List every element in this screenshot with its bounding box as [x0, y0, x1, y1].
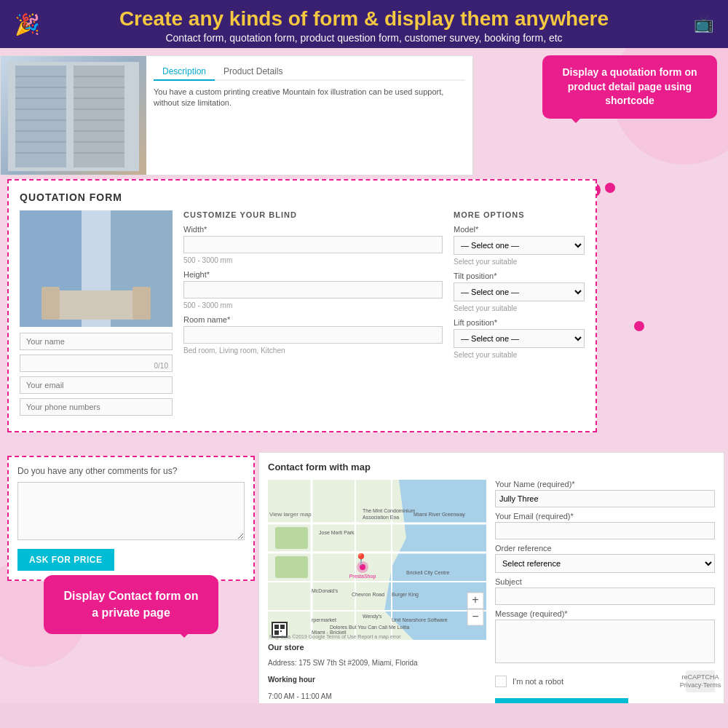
- quotation-inner: 0/10 CUSTOMIZE YOUR BLIND Width* 500 - 3…: [20, 210, 585, 420]
- quotation-right: MORE OPTIONS Model* — Select one — Selec…: [454, 210, 585, 420]
- svg-text:Miami River Greenway: Miami River Greenway: [414, 512, 465, 518]
- captcha-text: I'm not a robot: [513, 677, 563, 686]
- svg-rect-1: [15, 66, 66, 167]
- tilt-hint: Select your suitable: [454, 304, 585, 312]
- page-subtitle: Contact form, quotation form, product qu…: [15, 32, 713, 44]
- product-description: You have a custom printing creative Moun…: [154, 87, 465, 109]
- svg-text:Wendy's: Wendy's: [363, 614, 382, 620]
- svg-text:+: +: [472, 593, 478, 606]
- captcha-checkbox[interactable]: [495, 676, 507, 687]
- your-name-field[interactable]: [20, 333, 173, 350]
- header: 🎉 Create any kinds of form & display the…: [0, 0, 728, 48]
- counter-badge: 0/10: [154, 362, 168, 370]
- svg-text:Dolores But You Can Call Me Lo: Dolores But You Can Call Me Lolita: [330, 625, 409, 630]
- quotation-title: QUOTATION FORM: [20, 191, 585, 203]
- svg-text:Brickell City Centre: Brickell City Centre: [406, 570, 450, 576]
- lift-label: Lift position*: [454, 318, 585, 327]
- height-input[interactable]: [183, 281, 443, 298]
- main-background: Description Product Details You have a c…: [0, 48, 728, 703]
- comment-textarea[interactable]: [17, 482, 245, 540]
- map-area: View larger map Miami River Greenway Jos…: [268, 480, 486, 703]
- order-ref-select[interactable]: Select reference: [495, 554, 715, 573]
- send-message-button[interactable]: SEND YOUR MESSAGE: [495, 698, 628, 703]
- captcha-row: I'm not a robot reCAPTCHAPrivacy·Terms: [495, 670, 715, 692]
- svg-text:Jose Marti Park: Jose Marti Park: [319, 530, 355, 535]
- page-title: Create any kinds of form & display them …: [15, 7, 713, 31]
- product-image: [1, 56, 146, 175]
- product-content: Description Product Details You have a c…: [146, 56, 472, 175]
- customize-title: CUSTOMIZE YOUR BLIND: [183, 210, 443, 219]
- message-textarea[interactable]: [495, 620, 715, 663]
- tab-description[interactable]: Description: [154, 63, 215, 81]
- tooltip-quotation: Display a quotation form on product deta…: [542, 55, 717, 119]
- svg-rect-35: [275, 527, 308, 549]
- pink-dot-1: [605, 183, 615, 193]
- celebrate-icon-left: 🎉: [15, 12, 40, 36]
- store-label: Our store: [268, 643, 486, 652]
- width-input[interactable]: [183, 236, 443, 253]
- tooltip-private: Display Contact form on a private page: [44, 575, 218, 634]
- svg-text:Burger King: Burger King: [392, 592, 419, 598]
- email-label: Your Email (required)*: [495, 512, 715, 521]
- model-label: Model*: [454, 225, 585, 234]
- tooltip-quotation-text: Display a quotation form on product deta…: [562, 66, 697, 106]
- height-hint: 500 - 3000 mm: [183, 301, 443, 309]
- model-hint: Select your suitable: [454, 258, 585, 266]
- tilt-label: Tilt position*: [454, 272, 585, 280]
- captcha-logo: reCAPTCHAPrivacy·Terms: [686, 670, 715, 692]
- svg-rect-23: [49, 290, 143, 320]
- svg-text:The Mint Condominium: The Mint Condominium: [363, 508, 416, 513]
- svg-text:📍: 📍: [354, 553, 368, 566]
- svg-rect-60: [280, 630, 282, 632]
- room-input[interactable]: [183, 326, 443, 344]
- contact-map-title: Contact form with map: [268, 462, 715, 472]
- quotation-left: 0/10: [20, 210, 173, 420]
- svg-rect-57: [274, 625, 279, 629]
- tilt-select[interactable]: — Select one —: [454, 282, 585, 301]
- tab-product-details[interactable]: Product Details: [215, 63, 291, 79]
- model-select[interactable]: — Select one —: [454, 236, 585, 255]
- height-label: Height*: [183, 270, 443, 279]
- svg-rect-36: [275, 556, 308, 578]
- email-input[interactable]: [495, 522, 715, 539]
- store-working-hour-label: Working hour: [268, 674, 486, 685]
- pink-dot-3: [634, 321, 644, 331]
- svg-text:McDonald's: McDonald's: [312, 588, 339, 593]
- ask-price-button[interactable]: ASK FOR PRICE: [17, 549, 114, 571]
- message-label: Message (required)*: [495, 609, 715, 618]
- room-label: Room name*: [183, 315, 443, 324]
- svg-text:−: −: [472, 610, 478, 622]
- svg-text:Map data ©2019 Google  Terms o: Map data ©2019 Google Terms of Use Repor…: [269, 634, 401, 640]
- counter-display: [20, 355, 173, 372]
- svg-rect-2: [74, 66, 124, 167]
- svg-text:View larger map: View larger map: [269, 511, 312, 518]
- svg-rect-58: [280, 625, 285, 629]
- order-ref-label: Order reference: [495, 544, 715, 553]
- svg-text:Unit Nearshore Software: Unit Nearshore Software: [392, 617, 448, 622]
- store-address: Address: 175 SW 7th St #2009, Miami, Flo…: [268, 657, 486, 668]
- quotation-center: CUSTOMIZE YOUR BLIND Width* 500 - 3000 m…: [183, 210, 443, 420]
- subject-input[interactable]: [495, 587, 715, 605]
- product-screenshot: Description Product Details You have a c…: [0, 55, 473, 175]
- comment-label: Do you have any other comments for us?: [17, 466, 245, 476]
- svg-text:Association Ena: Association Ena: [363, 515, 399, 520]
- lift-select[interactable]: — Select one —: [454, 329, 585, 348]
- your-email-field[interactable]: [20, 376, 173, 394]
- contact-map-panel: Contact form with map: [258, 452, 724, 703]
- more-options-title: MORE OPTIONS: [454, 210, 585, 219]
- quotation-product-img: [20, 210, 173, 327]
- svg-rect-24: [41, 287, 60, 320]
- contact-map-inner: View larger map Miami River Greenway Jos…: [268, 480, 715, 703]
- lift-hint: Select your suitable: [454, 351, 585, 359]
- subject-label: Subject: [495, 577, 715, 586]
- name-input[interactable]: [495, 490, 715, 507]
- svg-text:PrestaShop: PrestaShop: [349, 574, 376, 579]
- tooltip-private-text: Display Contact form on a private page: [64, 590, 199, 618]
- svg-text:rpermarket: rpermarket: [312, 617, 336, 623]
- width-label: Width*: [183, 225, 443, 234]
- name-label: Your Name (required)*: [495, 480, 715, 488]
- your-phone-field[interactable]: [20, 398, 173, 416]
- contact-form: Your Name (required)* Your Email (requir…: [495, 480, 715, 703]
- width-hint: 500 - 3000 mm: [183, 256, 443, 264]
- room-hint: Bed room, Living room, Kitchen: [183, 347, 443, 355]
